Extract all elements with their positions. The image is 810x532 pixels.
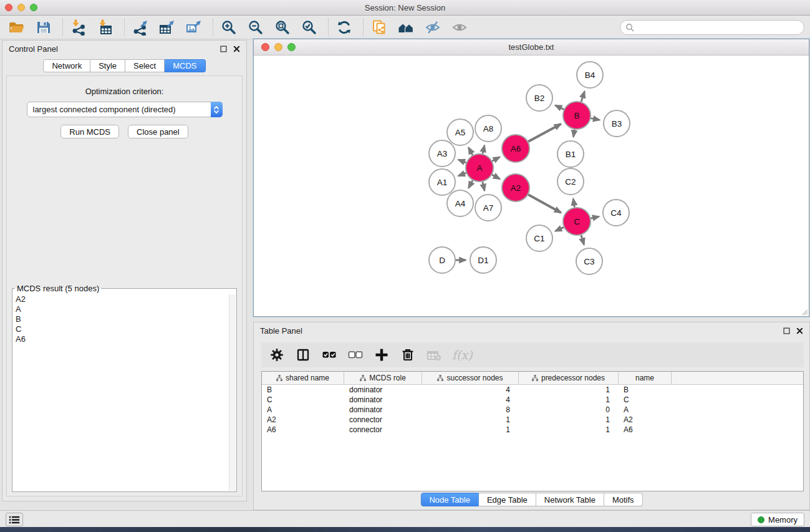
graph-node-B3[interactable]: B3 xyxy=(604,110,630,137)
graph-edge-B-B1[interactable] xyxy=(574,130,575,137)
table-row[interactable]: A6connector11A6 xyxy=(262,425,803,435)
mcds-result-scrollbar[interactable] xyxy=(229,294,236,491)
column-header-predecessor-nodes[interactable]: predecessor nodes xyxy=(519,372,619,384)
tab-mcds[interactable]: MCDS xyxy=(165,59,205,72)
table-cell[interactable]: C xyxy=(619,395,672,404)
toggle-columns-button[interactable] xyxy=(295,346,311,364)
close-table-panel-icon[interactable] xyxy=(796,327,803,334)
graph-node-C3[interactable]: C3 xyxy=(576,248,602,274)
graph-edge-A-A5[interactable] xyxy=(468,148,473,155)
memory-button[interactable]: Memory xyxy=(751,513,804,526)
tab-style[interactable]: Style xyxy=(90,59,125,72)
close-window-button[interactable] xyxy=(5,4,12,11)
open-session-button[interactable] xyxy=(7,18,26,37)
graph-edge-A-A7[interactable] xyxy=(483,182,485,191)
zoom-selected-button[interactable] xyxy=(300,18,319,37)
import-table-button[interactable] xyxy=(96,18,115,37)
graph-node-A8[interactable]: A8 xyxy=(475,115,501,142)
table-cell[interactable]: dominator xyxy=(344,395,422,404)
graph-node-A[interactable]: A xyxy=(466,154,493,181)
table-cell[interactable]: 1 xyxy=(422,425,519,434)
tab-node-table[interactable]: Node Table xyxy=(420,493,479,506)
table-cell[interactable]: B xyxy=(619,385,672,394)
search-box[interactable] xyxy=(620,20,804,35)
tab-network-table[interactable]: Network Table xyxy=(536,493,604,506)
graph-node-D[interactable]: D xyxy=(429,247,455,273)
network-minimize-button[interactable] xyxy=(274,43,282,51)
show-panel-button[interactable] xyxy=(450,18,469,37)
graph-node-A1[interactable]: A1 xyxy=(429,169,455,195)
table-cell[interactable]: A6 xyxy=(262,425,344,434)
graph-node-B2[interactable]: B2 xyxy=(526,85,552,111)
network-close-button[interactable] xyxy=(261,43,269,51)
graph-node-B4[interactable]: B4 xyxy=(577,62,603,88)
graph-node-A6[interactable]: A6 xyxy=(502,135,529,162)
table-cell[interactable]: 1 xyxy=(519,395,619,404)
graph-edge-A-A3[interactable] xyxy=(458,160,466,163)
export-image-button[interactable] xyxy=(185,18,203,37)
table-cell[interactable]: 4 xyxy=(422,385,519,394)
network-window-titlebar[interactable]: testGlobe.txt xyxy=(254,39,809,56)
export-table-button[interactable] xyxy=(158,18,176,37)
graph-node-C1[interactable]: C1 xyxy=(526,225,552,251)
table-cell[interactable]: 1 xyxy=(519,385,619,394)
close-panel-icon[interactable] xyxy=(233,46,240,52)
float-panel-icon[interactable] xyxy=(220,46,227,52)
column-header-MCDS-role[interactable]: MCDS role xyxy=(344,372,422,384)
table-cell[interactable]: B xyxy=(262,385,344,394)
table-settings-button[interactable] xyxy=(269,346,285,364)
table-cell[interactable]: A2 xyxy=(262,415,344,424)
network-canvas[interactable]: B4 B2 B B3 A8 A5 A6 A3 B1 A A1 C2 A2 xyxy=(254,56,809,316)
mcds-result-item[interactable]: A xyxy=(13,304,229,314)
graph-edge-C-C3[interactable] xyxy=(581,235,584,244)
minimize-window-button[interactable] xyxy=(17,4,25,11)
graph-edge-C-C4[interactable] xyxy=(591,216,599,218)
graph-edge-A-A6[interactable] xyxy=(492,157,499,162)
table-cell[interactable]: 1 xyxy=(519,415,619,424)
table-cell[interactable]: 4 xyxy=(422,395,519,404)
optimization-criterion-dropdown[interactable]: largest connected component (directed) xyxy=(27,102,223,117)
zoom-out-button[interactable] xyxy=(246,18,265,37)
table-row[interactable]: Adominator80A xyxy=(262,405,803,415)
mcds-result-item[interactable]: B xyxy=(13,314,229,324)
maximize-window-button[interactable] xyxy=(30,4,37,11)
network-maximize-button[interactable] xyxy=(287,43,296,51)
table-cell[interactable]: A xyxy=(262,405,344,414)
table-cell[interactable]: dominator xyxy=(344,405,422,414)
graph-node-C2[interactable]: C2 xyxy=(557,168,584,195)
home-button[interactable] xyxy=(397,18,415,37)
table-cell[interactable]: A2 xyxy=(619,415,672,424)
import-network-button[interactable] xyxy=(69,18,88,37)
table-cell[interactable]: A6 xyxy=(619,425,672,434)
tab-select[interactable]: Select xyxy=(125,59,165,72)
graph-node-C[interactable]: C xyxy=(563,208,591,235)
graph-node-D1[interactable]: D1 xyxy=(470,247,496,273)
duplicate-network-button[interactable] xyxy=(370,18,388,37)
table-cell[interactable]: connector xyxy=(344,425,422,434)
export-network-button[interactable] xyxy=(131,18,150,37)
graph-edge-A6-B[interactable] xyxy=(528,124,561,142)
refresh-layout-button[interactable] xyxy=(335,18,354,37)
deselect-all-button[interactable] xyxy=(347,346,364,364)
graph-edge-B-B4[interactable] xyxy=(581,92,584,102)
table-row[interactable]: Bdominator41B xyxy=(262,385,803,395)
table-cell[interactable]: 1 xyxy=(519,425,619,434)
select-all-button[interactable] xyxy=(321,346,337,364)
float-table-panel-icon[interactable] xyxy=(783,327,790,334)
mcds-result-item[interactable]: A2 xyxy=(13,294,229,304)
add-column-button[interactable] xyxy=(374,346,390,364)
mcds-result-list[interactable]: A2ABCA6 xyxy=(13,294,229,491)
graph-edge-A-A2[interactable] xyxy=(492,175,500,179)
graph-edge-C-C1[interactable] xyxy=(556,227,564,231)
graph-edge-A-A1[interactable] xyxy=(458,173,466,176)
zoom-fit-button[interactable] xyxy=(273,18,292,37)
tab-motifs[interactable]: Motifs xyxy=(604,493,643,506)
toggle-graphics-details-button[interactable] xyxy=(423,18,442,37)
graph-node-A7[interactable]: A7 xyxy=(475,195,501,221)
graph-edge-A2-C[interactable] xyxy=(528,195,561,213)
resize-grip[interactable] xyxy=(801,308,808,316)
graph-edge-A-A4[interactable] xyxy=(468,180,473,188)
save-session-button[interactable] xyxy=(34,18,53,37)
graph-node-B1[interactable]: B1 xyxy=(557,141,584,167)
table-row[interactable]: A2connector11A2 xyxy=(262,415,803,425)
